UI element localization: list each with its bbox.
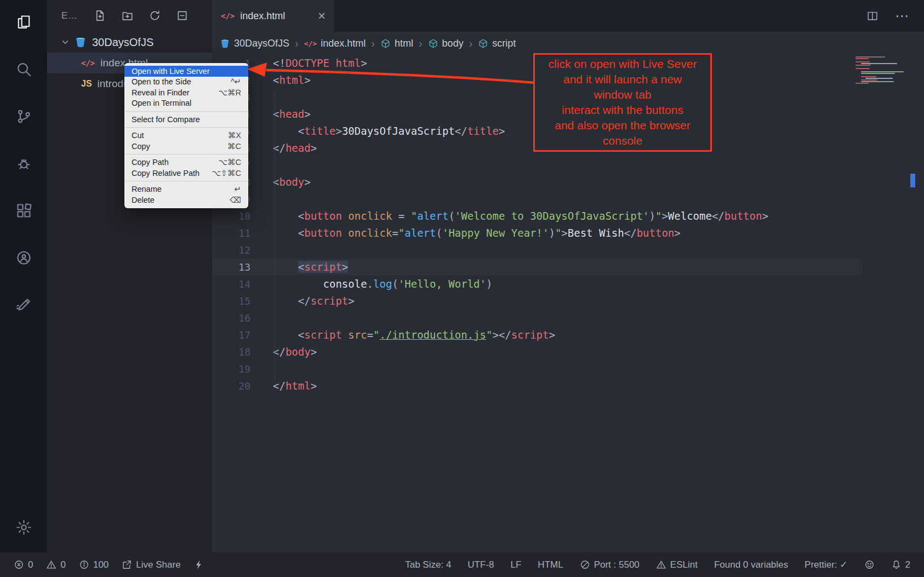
code-line-15[interactable]: 15 </script> — [212, 293, 862, 310]
menu-item-copy-relative-path[interactable]: Copy Relative Path⌥⇧⌘C — [124, 168, 248, 179]
status-errors[interactable]: 0 — [14, 559, 33, 570]
breadcrumbs: 30DaysOfJS›</>index.html›html›body›scrip… — [212, 32, 924, 55]
search-icon[interactable] — [10, 56, 37, 82]
explorer-header: E… — [47, 0, 212, 32]
new-file-icon[interactable] — [94, 9, 107, 22]
tab-index-html[interactable]: </> index.html × — [212, 0, 335, 32]
more-actions-icon[interactable]: ⋯ — [895, 8, 910, 25]
menu-item-open-in-terminal[interactable]: Open in Terminal — [124, 98, 248, 109]
code-line-17[interactable]: 17 <script src="./introduction.js"></scr… — [212, 327, 862, 344]
breadcrumb-html[interactable]: html — [380, 38, 413, 49]
status-label: UTF-8 — [467, 559, 494, 570]
menu-item-select-for-compare[interactable]: Select for Compare — [124, 114, 248, 125]
status-eol[interactable]: LF — [511, 559, 522, 570]
menu-separator — [125, 154, 248, 155]
code-line-12[interactable]: 12 — [212, 242, 862, 259]
breadcrumb-body[interactable]: body — [428, 38, 464, 49]
annotation-text: console — [603, 133, 642, 148]
refresh-icon[interactable] — [149, 9, 162, 22]
menu-item-rename[interactable]: Rename↵ — [124, 184, 248, 195]
breadcrumb-separator: › — [295, 37, 299, 50]
code-text: </body> — [273, 344, 317, 361]
settings-icon[interactable] — [10, 514, 37, 540]
html-file-icon: </> — [304, 39, 317, 48]
menu-item-label: Cut — [132, 131, 144, 140]
status-label: 0 — [60, 559, 65, 570]
live-share-icon[interactable] — [10, 244, 37, 271]
breadcrumb-30daysofjs[interactable]: 30DaysOfJS — [220, 38, 289, 49]
cube-icon — [428, 38, 438, 49]
close-icon[interactable]: × — [318, 9, 326, 22]
status-info[interactable]: 100 — [79, 559, 109, 570]
menu-item-open-to-the-side[interactable]: Open to the Side^↵ — [124, 77, 248, 88]
status-port[interactable]: Port : 5500 — [580, 559, 640, 570]
root-folder[interactable]: 30DaysOfJS — [47, 32, 212, 53]
minimap-line — [861, 73, 895, 74]
breadcrumb-label: script — [492, 38, 516, 49]
collapse-all-icon[interactable] — [176, 9, 189, 22]
status-zap[interactable] — [194, 559, 204, 570]
menu-item-label: Delete — [132, 196, 155, 204]
menu-item-open-with-live-server[interactable]: Open with Live Server — [124, 66, 248, 77]
code-text: <button onclick="alert('Happy New Year!'… — [273, 225, 681, 242]
new-folder-icon[interactable] — [121, 9, 134, 22]
code-line-10[interactable]: 10 <button onclick = "alert('Welcome to … — [212, 208, 862, 225]
status-prettier[interactable]: Prettier: ✓ — [805, 559, 847, 570]
menu-item-copy[interactable]: Copy⌘C — [124, 141, 248, 152]
minimap[interactable] — [855, 56, 906, 84]
pen-icon[interactable] — [10, 292, 37, 318]
status-language[interactable]: HTML — [538, 559, 563, 570]
menu-item-cut[interactable]: Cut⌘X — [124, 130, 248, 141]
status-variables[interactable]: Found 0 variables — [714, 559, 788, 570]
code-line-7[interactable]: 7 — [212, 157, 862, 174]
status-label: Tab Size: 4 — [405, 559, 451, 570]
breadcrumb-label: 30DaysOfJS — [234, 38, 289, 49]
menu-item-label: Open with Live Server — [132, 67, 210, 76]
code-line-8[interactable]: 8<body> — [212, 174, 862, 191]
breadcrumb-label: html — [395, 38, 413, 49]
status-tab-size[interactable]: Tab Size: 4 — [405, 559, 451, 570]
menu-item-shortcut: ⌥⌘C — [218, 158, 241, 167]
menu-item-delete[interactable]: Delete⌫ — [124, 195, 248, 205]
status-encoding[interactable]: UTF-8 — [467, 559, 494, 570]
code-line-18[interactable]: 18</body> — [212, 344, 862, 361]
status-feedback[interactable] — [864, 559, 875, 570]
circle-info-icon — [79, 559, 89, 570]
annotation-text: window tab — [594, 87, 651, 102]
explorer-icon[interactable] — [10, 9, 37, 35]
menu-item-copy-path[interactable]: Copy Path⌥⌘C — [124, 157, 248, 168]
menu-item-shortcut: ⌘X — [228, 131, 241, 140]
code-line-20[interactable]: 20</html> — [212, 378, 862, 395]
bell-icon — [891, 559, 902, 570]
menu-item-shortcut: ⌫ — [230, 196, 241, 204]
minimap-line — [861, 63, 897, 64]
menu-separator — [125, 111, 248, 112]
code-text: <script src="./introduction.js"></script… — [273, 327, 555, 344]
code-line-13[interactable]: 13 <script> — [212, 259, 862, 276]
line-number: 17 — [212, 327, 250, 344]
menu-item-label: Rename — [132, 185, 162, 193]
code-line-16[interactable]: 16 — [212, 310, 862, 327]
breadcrumb-script[interactable]: script — [478, 38, 516, 49]
annotation-text: and also open the browser — [555, 118, 691, 133]
code-line-9[interactable]: 9 — [212, 191, 862, 208]
menu-item-shortcut: ↵ — [235, 185, 241, 193]
breadcrumb-separator: › — [419, 37, 423, 50]
code-line-14[interactable]: 14 console.log('Hello, World') — [212, 276, 862, 293]
status-eslint[interactable]: ESLint — [656, 559, 698, 570]
status-warnings[interactable]: 0 — [46, 559, 65, 570]
breadcrumb-index-html[interactable]: </>index.html — [304, 38, 366, 49]
line-number: 10 — [212, 208, 250, 225]
status-live-share[interactable]: Live Share — [122, 559, 180, 570]
code-line-19[interactable]: 19 — [212, 361, 862, 378]
run-debug-icon[interactable] — [10, 150, 37, 176]
source-control-icon[interactable] — [10, 103, 37, 129]
split-editor-icon[interactable] — [866, 10, 879, 22]
menu-item-label: Reveal in Finder — [132, 88, 190, 97]
minimap-line — [861, 79, 877, 81]
status-label: Port : 5500 — [594, 559, 640, 570]
code-line-11[interactable]: 11 <button onclick="alert('Happy New Yea… — [212, 225, 862, 242]
status-notifications[interactable]: 2 — [891, 559, 910, 570]
menu-item-reveal-in-finder[interactable]: Reveal in Finder⌥⌘R — [124, 87, 248, 98]
extensions-icon[interactable] — [10, 197, 37, 224]
